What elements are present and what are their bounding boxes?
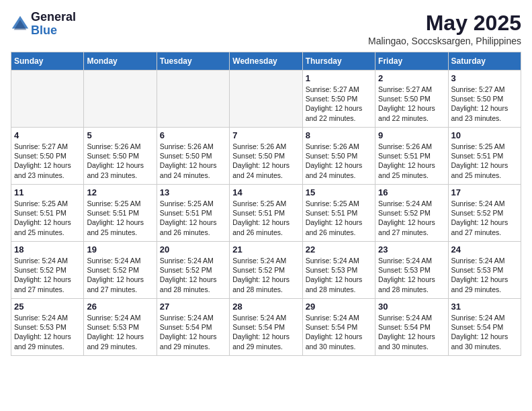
day-info: Sunrise: 5:27 AMSunset: 5:50 PMDaylight:…: [451, 85, 508, 122]
week-row-1: 1Sunrise: 5:27 AMSunset: 5:50 PMDaylight…: [11, 71, 521, 128]
day-info: Sunrise: 5:26 AMSunset: 5:50 PMDaylight:…: [87, 142, 144, 179]
day-info: Sunrise: 5:24 AMSunset: 5:53 PMDaylight:…: [306, 257, 363, 293]
logo-general: General: [31, 11, 76, 24]
calendar-cell: 12Sunrise: 5:25 AMSunset: 5:51 PMDayligh…: [84, 185, 157, 242]
day-number: 18: [14, 244, 81, 255]
calendar-cell: [84, 71, 157, 128]
day-info: Sunrise: 5:25 AMSunset: 5:51 PMDaylight:…: [232, 199, 290, 236]
day-number: 24: [451, 244, 518, 255]
day-info: Sunrise: 5:24 AMSunset: 5:52 PMDaylight:…: [451, 199, 508, 236]
calendar-cell: 13Sunrise: 5:25 AMSunset: 5:51 PMDayligh…: [157, 185, 229, 242]
calendar-cell: 8Sunrise: 5:26 AMSunset: 5:50 PMDaylight…: [302, 128, 375, 185]
day-number: 9: [378, 130, 445, 140]
day-number: 16: [378, 187, 445, 197]
month-year: May 2025: [368, 11, 521, 36]
day-info: Sunrise: 5:24 AMSunset: 5:54 PMDaylight:…: [378, 314, 435, 351]
calendar-cell: 3Sunrise: 5:27 AMSunset: 5:50 PMDaylight…: [448, 71, 521, 128]
week-row-4: 18Sunrise: 5:24 AMSunset: 5:52 PMDayligh…: [11, 242, 521, 299]
day-info: Sunrise: 5:24 AMSunset: 5:54 PMDaylight:…: [160, 314, 217, 351]
location: Malingao, Soccsksargen, Philippines: [368, 36, 521, 46]
day-info: Sunrise: 5:27 AMSunset: 5:50 PMDaylight:…: [306, 85, 363, 122]
calendar-cell: [230, 71, 302, 128]
logo: General Blue: [11, 11, 76, 38]
calendar-cell: 7Sunrise: 5:26 AMSunset: 5:50 PMDaylight…: [230, 128, 302, 185]
weekday-header-thursday: Thursday: [302, 52, 375, 71]
day-number: 29: [306, 302, 372, 312]
day-info: Sunrise: 5:25 AMSunset: 5:51 PMDaylight:…: [160, 199, 217, 236]
day-info: Sunrise: 5:24 AMSunset: 5:52 PMDaylight:…: [87, 257, 144, 293]
calendar-cell: 20Sunrise: 5:24 AMSunset: 5:52 PMDayligh…: [157, 242, 229, 299]
day-info: Sunrise: 5:24 AMSunset: 5:54 PMDaylight:…: [451, 314, 508, 351]
calendar-cell: [11, 71, 84, 128]
weekday-header-sunday: Sunday: [11, 52, 84, 71]
logo-text: General Blue: [31, 11, 76, 38]
day-info: Sunrise: 5:27 AMSunset: 5:50 PMDaylight:…: [14, 142, 71, 179]
calendar-cell: 22Sunrise: 5:24 AMSunset: 5:53 PMDayligh…: [302, 242, 375, 299]
day-info: Sunrise: 5:26 AMSunset: 5:50 PMDaylight:…: [160, 142, 217, 179]
week-row-2: 4Sunrise: 5:27 AMSunset: 5:50 PMDaylight…: [11, 128, 521, 185]
calendar-cell: 24Sunrise: 5:24 AMSunset: 5:53 PMDayligh…: [448, 242, 521, 299]
day-number: 8: [306, 130, 372, 140]
day-number: 22: [306, 244, 372, 255]
calendar-cell: 5Sunrise: 5:26 AMSunset: 5:50 PMDaylight…: [84, 128, 157, 185]
week-row-5: 25Sunrise: 5:24 AMSunset: 5:53 PMDayligh…: [11, 299, 521, 356]
weekday-header-tuesday: Tuesday: [157, 52, 229, 71]
day-info: Sunrise: 5:27 AMSunset: 5:50 PMDaylight:…: [378, 85, 435, 122]
calendar-table: SundayMondayTuesdayWednesdayThursdayFrid…: [11, 52, 521, 356]
day-info: Sunrise: 5:25 AMSunset: 5:51 PMDaylight:…: [306, 199, 363, 236]
calendar-cell: 23Sunrise: 5:24 AMSunset: 5:53 PMDayligh…: [375, 242, 448, 299]
day-number: 13: [160, 187, 226, 197]
day-info: Sunrise: 5:24 AMSunset: 5:54 PMDaylight:…: [306, 314, 363, 351]
calendar-cell: [157, 71, 229, 128]
day-number: 21: [232, 244, 299, 255]
day-info: Sunrise: 5:25 AMSunset: 5:51 PMDaylight:…: [451, 142, 508, 179]
day-number: 6: [160, 130, 226, 140]
day-number: 12: [87, 187, 153, 197]
page-header: General Blue May 2025 Malingao, Soccsksa…: [11, 11, 521, 46]
day-number: 1: [306, 73, 372, 83]
calendar-cell: 17Sunrise: 5:24 AMSunset: 5:52 PMDayligh…: [448, 185, 521, 242]
day-number: 5: [87, 130, 153, 140]
day-info: Sunrise: 5:24 AMSunset: 5:53 PMDaylight:…: [14, 314, 71, 351]
day-info: Sunrise: 5:24 AMSunset: 5:52 PMDaylight:…: [14, 257, 71, 293]
weekday-header-monday: Monday: [84, 52, 157, 71]
calendar-cell: 27Sunrise: 5:24 AMSunset: 5:54 PMDayligh…: [157, 299, 229, 356]
day-info: Sunrise: 5:26 AMSunset: 5:51 PMDaylight:…: [378, 142, 435, 179]
day-number: 15: [306, 187, 372, 197]
calendar-cell: 18Sunrise: 5:24 AMSunset: 5:52 PMDayligh…: [11, 242, 84, 299]
day-number: 7: [232, 130, 299, 140]
calendar-cell: 15Sunrise: 5:25 AMSunset: 5:51 PMDayligh…: [302, 185, 375, 242]
day-number: 25: [14, 302, 81, 312]
week-row-3: 11Sunrise: 5:25 AMSunset: 5:51 PMDayligh…: [11, 185, 521, 242]
calendar-cell: 30Sunrise: 5:24 AMSunset: 5:54 PMDayligh…: [375, 299, 448, 356]
day-number: 28: [232, 302, 299, 312]
calendar-cell: 1Sunrise: 5:27 AMSunset: 5:50 PMDaylight…: [302, 71, 375, 128]
day-info: Sunrise: 5:24 AMSunset: 5:54 PMDaylight:…: [232, 314, 290, 351]
day-info: Sunrise: 5:26 AMSunset: 5:50 PMDaylight:…: [306, 142, 363, 179]
day-info: Sunrise: 5:24 AMSunset: 5:53 PMDaylight:…: [451, 257, 508, 293]
day-number: 14: [232, 187, 299, 197]
day-number: 27: [160, 302, 226, 312]
calendar-cell: 4Sunrise: 5:27 AMSunset: 5:50 PMDaylight…: [11, 128, 84, 185]
day-number: 31: [451, 302, 518, 312]
day-number: 11: [14, 187, 81, 197]
day-number: 3: [451, 73, 518, 83]
calendar-cell: 11Sunrise: 5:25 AMSunset: 5:51 PMDayligh…: [11, 185, 84, 242]
day-info: Sunrise: 5:24 AMSunset: 5:53 PMDaylight:…: [87, 314, 144, 351]
calendar-cell: 10Sunrise: 5:25 AMSunset: 5:51 PMDayligh…: [448, 128, 521, 185]
calendar-cell: 25Sunrise: 5:24 AMSunset: 5:53 PMDayligh…: [11, 299, 84, 356]
calendar-cell: 31Sunrise: 5:24 AMSunset: 5:54 PMDayligh…: [448, 299, 521, 356]
day-number: 30: [378, 302, 445, 312]
weekday-header-saturday: Saturday: [448, 52, 521, 71]
day-number: 17: [451, 187, 518, 197]
calendar-cell: 16Sunrise: 5:24 AMSunset: 5:52 PMDayligh…: [375, 185, 448, 242]
day-number: 26: [87, 302, 153, 312]
day-info: Sunrise: 5:24 AMSunset: 5:52 PMDaylight:…: [378, 199, 435, 236]
calendar-cell: 9Sunrise: 5:26 AMSunset: 5:51 PMDaylight…: [375, 128, 448, 185]
calendar-cell: 29Sunrise: 5:24 AMSunset: 5:54 PMDayligh…: [302, 299, 375, 356]
day-info: Sunrise: 5:26 AMSunset: 5:50 PMDaylight:…: [232, 142, 290, 179]
day-info: Sunrise: 5:24 AMSunset: 5:52 PMDaylight:…: [160, 257, 217, 293]
day-number: 19: [87, 244, 153, 255]
day-number: 4: [14, 130, 81, 140]
day-info: Sunrise: 5:24 AMSunset: 5:52 PMDaylight:…: [232, 257, 290, 293]
